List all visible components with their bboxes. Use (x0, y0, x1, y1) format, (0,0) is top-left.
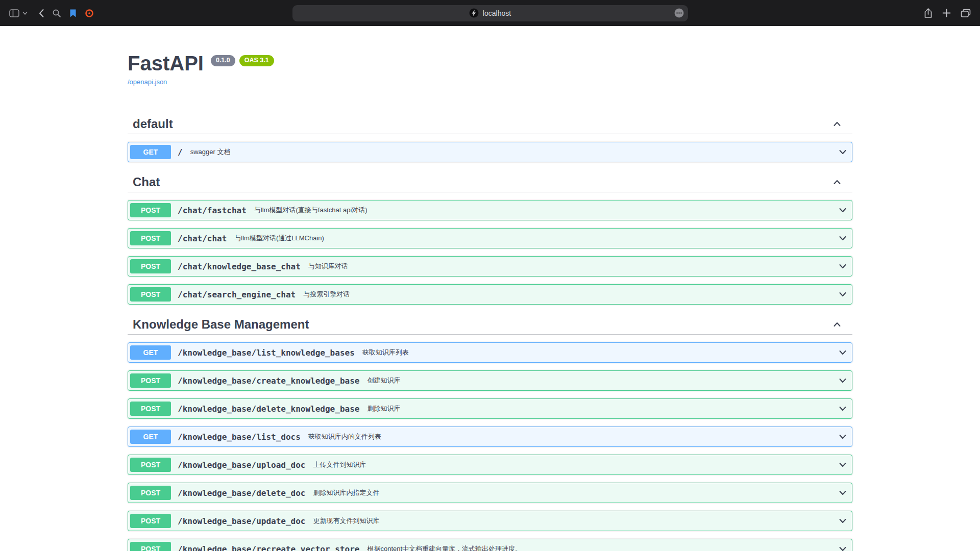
method-badge: POST (130, 373, 171, 388)
chevron-down-icon[interactable] (838, 261, 848, 271)
chevron-up-icon[interactable] (832, 319, 842, 330)
chevron-down-icon[interactable] (838, 432, 848, 442)
endpoint-description: 删除知识库 (367, 404, 400, 413)
share-icon[interactable] (924, 8, 933, 18)
endpoint-row[interactable]: POST /chat/knowledge_base_chat 与知识库对话 (128, 256, 852, 277)
endpoint-description: swagger 文档 (190, 147, 231, 157)
oas-badge: OAS 3.1 (239, 55, 274, 66)
endpoint-path: /knowledge_base/list_knowledge_bases (178, 348, 355, 358)
endpoint-row[interactable]: POST /knowledge_base/recreate_vector_sto… (128, 539, 852, 551)
method-badge: POST (130, 486, 171, 500)
endpoint-path: /chat/chat (178, 234, 227, 243)
chevron-up-icon[interactable] (832, 119, 842, 129)
sidebar-toggle-icon[interactable] (9, 9, 19, 18)
page-title: FastAPI (128, 53, 204, 73)
endpoint-path: /knowledge_base/list_docs (178, 432, 301, 442)
endpoint-row[interactable]: POST /knowledge_base/delete_knowledge_ba… (128, 398, 852, 419)
method-badge: POST (130, 231, 171, 245)
chevron-down-icon[interactable] (838, 460, 848, 470)
back-button-icon[interactable] (38, 9, 44, 18)
api-info: FastAPI 0.1.0 OAS 3.1 /openapi.json (128, 26, 852, 86)
method-badge: POST (130, 514, 171, 528)
section-header[interactable]: Chat (128, 170, 852, 192)
sidebar-chevron-down-icon[interactable] (22, 11, 28, 15)
endpoint-row[interactable]: POST /chat/search_engine_chat 与搜索引擎对话 (128, 284, 852, 305)
endpoint-description: 与llm模型对话(直接与fastchat api对话) (254, 206, 368, 215)
chevron-down-icon[interactable] (838, 147, 848, 157)
method-badge: POST (130, 458, 171, 472)
endpoint-description: 获取知识库内的文件列表 (308, 432, 381, 441)
chevron-up-icon[interactable] (832, 177, 842, 187)
endpoint-path: /knowledge_base/delete_doc (178, 488, 305, 498)
endpoint-description: 与知识库对话 (308, 262, 348, 271)
method-badge: POST (130, 402, 171, 416)
endpoint-row[interactable]: POST /chat/fastchat 与llm模型对话(直接与fastchat… (128, 200, 852, 220)
extension-orange-icon[interactable] (85, 9, 94, 18)
endpoint-path: / (178, 147, 183, 157)
section-title: Knowledge Base Management (133, 317, 309, 332)
endpoint-description: 上传文件到知识库 (313, 460, 366, 469)
method-badge: GET (130, 345, 171, 360)
method-badge: POST (130, 287, 171, 302)
chevron-down-icon[interactable] (838, 375, 848, 386)
chevron-down-icon[interactable] (838, 289, 848, 299)
section-title: Chat (133, 174, 160, 190)
extension-blue-icon[interactable] (69, 9, 77, 18)
endpoint-path: /knowledge_base/recreate_vector_store (178, 544, 359, 551)
swagger-page: FastAPI 0.1.0 OAS 3.1 /openapi.json defa… (0, 26, 980, 551)
chevron-down-icon[interactable] (838, 488, 848, 498)
endpoint-path: /knowledge_base/upload_doc (178, 460, 305, 470)
address-text: localhost (483, 9, 511, 17)
method-badge: POST (130, 542, 171, 551)
new-tab-icon[interactable] (942, 9, 951, 17)
browser-toolbar: localhost (0, 0, 980, 26)
method-badge: POST (130, 259, 171, 273)
tab-overview-icon[interactable] (961, 9, 971, 18)
section-header[interactable]: Knowledge Base Management (128, 312, 852, 335)
endpoint-row[interactable]: GET /knowledge_base/list_docs 获取知识库内的文件列… (128, 427, 852, 447)
section-title: default (133, 116, 173, 132)
chevron-down-icon[interactable] (838, 544, 848, 551)
method-badge: GET (130, 145, 171, 159)
section-default: default GET / swagger 文档 (128, 112, 852, 162)
endpoint-description: 获取知识库列表 (362, 348, 409, 357)
chevron-down-icon[interactable] (838, 404, 848, 414)
chevron-down-icon[interactable] (838, 205, 848, 215)
endpoint-row[interactable]: GET / swagger 文档 (128, 142, 852, 162)
endpoint-description: 删除知识库内指定文件 (313, 488, 379, 497)
section-knowledge-base: Knowledge Base Management GET /knowledge… (128, 312, 852, 551)
endpoint-path: /chat/fastchat (178, 206, 247, 215)
search-icon[interactable] (52, 9, 61, 18)
endpoint-path: /knowledge_base/delete_knowledge_base (178, 404, 359, 414)
endpoint-description: 根据content中文档重建向量库，流式输出处理进度。 (367, 544, 522, 551)
chevron-down-icon[interactable] (838, 233, 848, 243)
endpoint-row[interactable]: POST /knowledge_base/create_knowledge_ba… (128, 370, 852, 391)
method-badge: POST (130, 203, 171, 217)
page-menu-icon[interactable] (674, 8, 684, 18)
section-chat: Chat POST /chat/fastchat 与llm模型对话(直接与fas… (128, 170, 852, 305)
site-favicon (469, 8, 479, 18)
endpoint-row[interactable]: POST /knowledge_base/update_doc 更新现有文件到知… (128, 511, 852, 531)
version-badge: 0.1.0 (211, 55, 235, 66)
endpoint-row[interactable]: GET /knowledge_base/list_knowledge_bases… (128, 342, 852, 363)
address-bar[interactable]: localhost (292, 5, 688, 21)
endpoint-description: 创建知识库 (367, 376, 400, 385)
endpoint-description: 与搜索引擎对话 (303, 290, 350, 299)
section-header[interactable]: default (128, 112, 852, 134)
endpoint-path: /knowledge_base/update_doc (178, 516, 305, 526)
endpoint-row[interactable]: POST /knowledge_base/upload_doc 上传文件到知识库 (128, 455, 852, 475)
chevron-down-icon[interactable] (838, 516, 848, 526)
endpoint-path: /chat/knowledge_base_chat (178, 262, 301, 271)
chevron-down-icon[interactable] (838, 347, 848, 358)
endpoint-row[interactable]: POST /chat/chat 与llm模型对话(通过LLMChain) (128, 228, 852, 248)
endpoint-path: /knowledge_base/create_knowledge_base (178, 376, 359, 386)
endpoint-path: /chat/search_engine_chat (178, 290, 296, 299)
endpoint-description: 与llm模型对话(通过LLMChain) (234, 234, 324, 243)
openapi-spec-link[interactable]: /openapi.json (128, 78, 167, 86)
endpoint-description: 更新现有文件到知识库 (313, 516, 379, 525)
method-badge: GET (130, 430, 171, 444)
endpoint-row[interactable]: POST /knowledge_base/delete_doc 删除知识库内指定… (128, 483, 852, 503)
